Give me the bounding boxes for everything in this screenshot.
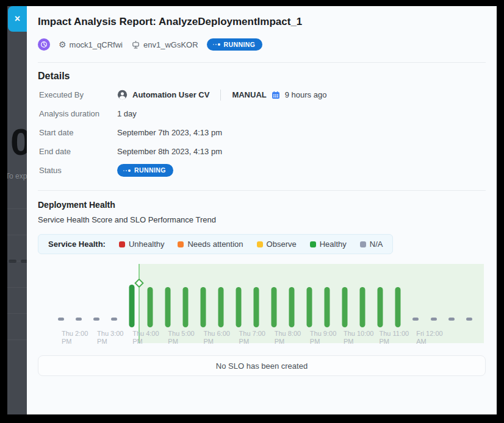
report-title: Impact Analysis Report: AnalyzeDeploymen… — [38, 15, 486, 29]
x-axis-tick: Thu 2:00PM — [62, 330, 88, 346]
chart-bar-healthy — [147, 287, 153, 327]
chart-bar-healthy — [378, 287, 383, 327]
detail-row-duration: Analysis duration 1 day — [38, 104, 486, 123]
detail-row-start-date: Start date September 7th 2023, 4:13 pm — [38, 123, 486, 142]
legend-item: Needs attention — [178, 240, 243, 249]
x-axis-tick: Fri 12:00AM — [416, 330, 442, 346]
legend-label: Needs attention — [187, 240, 243, 249]
chart-subtitle: Service Health Score and SLO Performance… — [38, 215, 486, 224]
background-rows — [7, 183, 27, 366]
x-axis-tick: Thu 7:00PM — [239, 330, 265, 346]
chart-bar-healthy — [271, 287, 276, 327]
running-dots-icon — [213, 43, 220, 46]
legend-swatch-icon — [310, 241, 316, 247]
chart-bar-healthy — [289, 287, 295, 327]
legend-item: Healthy — [310, 240, 347, 249]
chart-bar-healthy — [307, 287, 312, 327]
gear-icon: ⚙ — [59, 40, 67, 49]
detail-label: Analysis duration — [38, 109, 117, 118]
x-axis-tick: Thu 9:00PM — [310, 330, 336, 346]
x-axis-tick: Thu 5:00PM — [168, 330, 194, 346]
mock-meta: ⚙ mock1_qCRfwi — [59, 40, 123, 49]
no-slo-message: No SLO has been created — [216, 361, 308, 371]
detail-label: Executed By — [38, 90, 117, 99]
no-slo-box: No SLO has been created — [38, 355, 486, 376]
executed-time: 9 hours ago — [285, 90, 327, 99]
status-badge: RUNNING — [207, 38, 263, 51]
impact-analysis-modal: Impact Analysis Report: AnalyzeDeploymen… — [27, 6, 497, 414]
user-icon — [117, 90, 128, 100]
running-dots-icon — [123, 169, 131, 172]
chart-bar-na — [431, 318, 437, 321]
meta-row: ⚙ mock1_qCRfwi env1_wGsKOR RUNNING — [38, 37, 486, 52]
x-axis-tick: Thu 8:00PM — [275, 330, 301, 346]
legend-title: Service Health: — [48, 240, 106, 249]
legend-label: Unhealthy — [129, 240, 165, 249]
status-badge-label: RUNNING — [224, 41, 256, 48]
chart-bar-healthy — [360, 287, 365, 327]
end-date-value: September 8th 2023, 4:13 pm — [117, 147, 222, 156]
chart-bar-na — [466, 318, 472, 321]
legend-item: N/A — [360, 240, 383, 249]
legend-bar: Service Health: UnhealthyNeeds attention… — [38, 234, 393, 254]
close-button[interactable]: × — [8, 6, 27, 32]
detail-row-executed-by: Executed By Automation User CV M — [38, 85, 486, 104]
x-axis-tick: Thu 3:00PM — [97, 330, 123, 346]
chart-bar-healthy — [129, 285, 135, 327]
background-big-number: 0 — [10, 123, 27, 161]
chart-bar-healthy — [165, 287, 170, 327]
screen-frame: 0 To exp × Impact Analysis Report: Analy… — [0, 0, 504, 423]
background-scrim: 0 To exp — [7, 6, 27, 414]
page-area: 0 To exp × Impact Analysis Report: Analy… — [7, 6, 497, 414]
health-chart: Thu 2:00PMThu 3:00PMThu 4:00PMThu 5:00PM… — [38, 264, 486, 349]
executed-by-value: Automation User CV MANUAL 9 — [117, 90, 326, 101]
calendar-icon — [272, 91, 280, 99]
chart-bar-healthy — [200, 287, 206, 327]
environment-name: env1_wGsKOR — [143, 40, 198, 49]
legend-label: Healthy — [320, 240, 347, 249]
value-divider — [220, 90, 221, 101]
mock-name: mock1_qCRfwi — [70, 40, 123, 49]
chart-bar-healthy — [218, 287, 223, 327]
status-badge: RUNNING — [117, 164, 173, 177]
legend-item: Unhealthy — [119, 240, 165, 249]
duration-value: 1 day — [117, 109, 137, 118]
environment-icon — [131, 40, 140, 49]
chart-bar-healthy — [342, 287, 348, 327]
background-partial-text: To exp — [7, 172, 27, 180]
status-badge-label: RUNNING — [134, 167, 166, 174]
x-axis-tick: Thu 11:00PM — [379, 330, 409, 346]
analysis-avatar-icon — [38, 38, 50, 51]
trigger-type: MANUAL — [232, 90, 266, 99]
chart-bar-healthy — [395, 287, 401, 327]
x-axis-tick: Thu 4:00PM — [132, 330, 159, 346]
executed-by-user: Automation User CV — [132, 90, 209, 99]
details-heading: Details — [38, 71, 486, 82]
x-axis-tick: Thu 10:00PM — [344, 330, 374, 346]
x-axis-tick: Thu 6:00PM — [203, 330, 229, 346]
section-divider — [38, 190, 486, 191]
legend-swatch-icon — [257, 241, 263, 247]
chart-bar-healthy — [325, 287, 330, 327]
environment-meta: env1_wGsKOR — [131, 40, 198, 49]
section-divider — [38, 62, 486, 63]
legend-swatch-icon — [360, 241, 366, 247]
chart-bar-na — [111, 318, 117, 321]
chart-bar-healthy — [236, 287, 241, 327]
chart-bar-na — [448, 318, 455, 321]
legend-label: Observe — [267, 240, 297, 249]
detail-label: Status — [38, 166, 117, 175]
chart-bar-healthy — [182, 287, 188, 327]
legend-label: N/A — [370, 240, 383, 249]
legend-swatch-icon — [178, 241, 184, 247]
chart-bar-healthy — [253, 287, 259, 327]
legend-swatch-icon — [119, 241, 125, 247]
detail-label: Start date — [38, 128, 117, 137]
legend-item: Observe — [257, 240, 297, 249]
detail-row-end-date: End date September 8th 2023, 4:13 pm — [38, 142, 486, 161]
chart-bar-na — [76, 318, 82, 321]
detail-row-status: Status RUNNING — [38, 161, 486, 180]
chart-bar-na — [93, 318, 99, 321]
chart-bar-na — [412, 318, 419, 321]
close-icon: × — [15, 13, 20, 24]
